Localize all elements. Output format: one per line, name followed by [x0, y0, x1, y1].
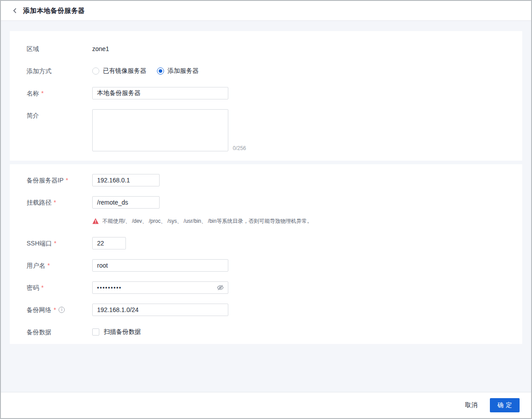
add-local-backup-server-page: 添加本地备份服务器 区域 zone1 添加方式 已有镜 [0, 0, 532, 419]
description-textarea[interactable] [92, 109, 228, 151]
page-title: 添加本地备份服务器 [23, 7, 85, 15]
add-mode-label: 添加方式 [27, 65, 92, 77]
radio-existing-image-server[interactable]: 已有镜像服务器 [92, 67, 146, 75]
required-asterisk: * [41, 281, 43, 294]
password-label: 密码 * [27, 281, 92, 294]
back-icon[interactable] [12, 7, 19, 14]
checkbox-box[interactable] [92, 328, 99, 336]
zone-label: 区域 [27, 43, 92, 55]
basic-info-card: 区域 zone1 添加方式 已有镜像服务器 添加服务器 [10, 31, 522, 161]
description-label: 简介 [27, 109, 92, 122]
name-input[interactable] [92, 87, 228, 99]
backup-data-label: 备份数据 [27, 326, 92, 338]
server-config-card: 备份服务器IP * 挂载路径 * [10, 164, 522, 344]
warning-triangle-icon [92, 218, 99, 224]
server-ip-label: 备份服务器IP * [27, 174, 92, 186]
info-icon[interactable]: i [59, 307, 65, 313]
mount-path-warning-row: 不能使用/、 /dev、 /proc、 /sys、 /usr/bin、 /bin… [27, 215, 505, 227]
name-row: 名称 * [27, 87, 505, 99]
required-asterisk: * [41, 87, 43, 99]
backup-network-label: 备份网络 * i [27, 304, 92, 316]
backup-data-row: 备份数据 扫描备份数据 [27, 326, 505, 338]
username-label: 用户名 * [27, 259, 92, 272]
backup-network-row: 备份网络 * i [27, 304, 505, 316]
mount-path-label: 挂载路径 * [27, 196, 92, 209]
ssh-port-input[interactable] [92, 237, 126, 249]
required-asterisk: * [54, 237, 56, 249]
mount-path-input[interactable] [92, 196, 160, 209]
description-row: 简介 0/256 [27, 109, 505, 153]
server-ip-row: 备份服务器IP * [27, 174, 505, 186]
radio-add-server[interactable]: 添加服务器 [157, 67, 199, 75]
password-row: 密码 * [27, 281, 505, 294]
add-mode-row: 添加方式 已有镜像服务器 添加服务器 [27, 65, 505, 77]
ssh-port-label: SSH端口 * [27, 237, 92, 249]
radio-circle-unselected[interactable] [92, 67, 99, 75]
username-input[interactable] [92, 259, 228, 272]
password-input[interactable] [92, 281, 228, 294]
name-label: 名称 * [27, 87, 92, 99]
mount-path-warning-text: 不能使用/、 /dev、 /proc、 /sys、 /usr/bin、 /bin… [102, 217, 312, 225]
backup-network-input[interactable] [92, 304, 228, 316]
required-asterisk: * [66, 174, 68, 186]
mount-path-row: 挂载路径 * [27, 196, 505, 209]
required-asterisk: * [54, 196, 56, 209]
cancel-button[interactable]: 取消 [465, 401, 477, 409]
required-asterisk: * [54, 304, 56, 316]
zone-row: 区域 zone1 [27, 43, 505, 55]
confirm-button[interactable]: 确定 [490, 398, 520, 412]
page-header: 添加本地备份服务器 [1, 1, 531, 21]
radio-circle-selected[interactable] [157, 67, 164, 75]
required-asterisk: * [47, 259, 50, 272]
zone-value: zone1 [92, 45, 109, 52]
page-footer: 取消 确定 [1, 392, 531, 418]
ssh-port-row: SSH端口 * [27, 237, 505, 249]
char-counter: 0/256 [233, 145, 246, 151]
scan-backup-data-checkbox[interactable]: 扫描备份数据 [92, 328, 141, 336]
username-row: 用户名 * [27, 259, 505, 272]
server-ip-input[interactable] [92, 174, 160, 186]
eye-slash-icon[interactable] [217, 284, 224, 291]
page-body: 区域 zone1 添加方式 已有镜像服务器 添加服务器 [1, 21, 531, 392]
